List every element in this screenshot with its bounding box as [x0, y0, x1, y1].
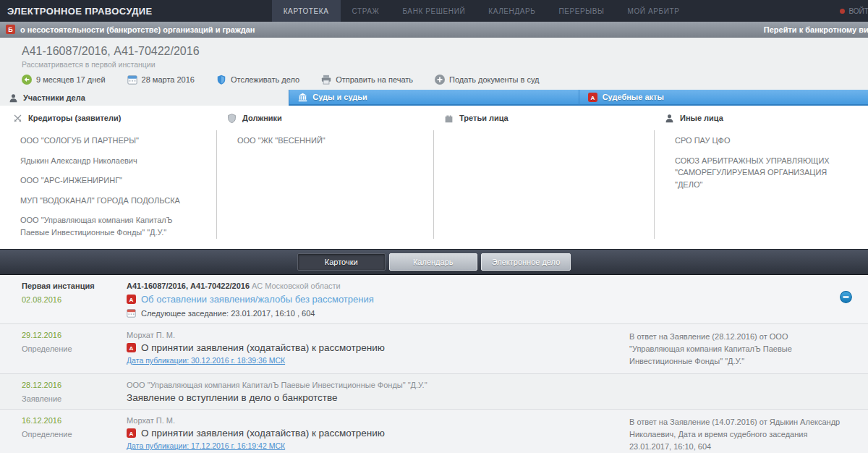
court-name: АС Московской области [252, 281, 341, 290]
debtors-list: ООО "ЖК "ВЕСЕННИЙ" [217, 130, 434, 239]
nav-item-kalendar[interactable]: КАЛЕНДАРЬ [477, 0, 547, 22]
printer-icon [321, 75, 331, 85]
row-left: 28.12.2016 Заявление [22, 381, 127, 403]
participants-column-third-parties: Третьи лица [434, 106, 655, 249]
participants-panel: Кредиторы (заявители) ООО "СОЛОГУБ И ПАР… [0, 106, 868, 249]
column-header-creditors: Кредиторы (заявители) [0, 106, 217, 130]
event-title: Заявление о вступлении в дело о банкротс… [127, 392, 337, 403]
svg-text:A: A [129, 431, 134, 437]
nav-item-strazh[interactable]: СТРАЖ [341, 0, 391, 22]
print-button[interactable]: Отправить на печать [321, 75, 413, 85]
event-type: Определение [22, 344, 127, 353]
next-session-text: Следующее заседание: 23.01.2017, 16:10 ,… [141, 309, 315, 318]
event-row: 16.12.2016 Определение Морхат П. М. A О … [0, 410, 868, 453]
publication-date-link[interactable]: Дата публикации: 30.12.2016 г. 18:39:36 … [127, 356, 285, 365]
collapse-button[interactable] [840, 291, 852, 303]
row-left: Первая инстанция 02.08.2016 [22, 281, 127, 318]
svg-text:A: A [129, 297, 134, 303]
column-header-debtors: Должники [217, 106, 434, 130]
instance-label: Первая инстанция [22, 281, 127, 290]
case-category-title: о несостоятельности (банкротстве) органи… [20, 25, 255, 34]
row-main: Морхат П. М. A О принятии заявления (ход… [127, 416, 629, 453]
creditors-list: ООО "СОЛОГУБ И ПАРТНЕРЫ" Ядыкин Александ… [0, 130, 217, 239]
history-icon [22, 75, 32, 85]
event-title: О принятии заявления (ходатайства) к рас… [141, 342, 385, 353]
app-title: ЭЛЕКТРОННОЕ ПРАВОСУДИЕ [0, 6, 153, 17]
person-icon [665, 114, 674, 123]
event-title-line: Заявление о вступлении в дело о банкротс… [127, 392, 629, 403]
submit-documents-button[interactable]: Подать документы в суд [435, 75, 539, 85]
top-navigation: ЭЛЕКТРОННОЕ ПРАВОСУДИЕ КАРТОТЕКА СТРАЖ Б… [0, 0, 868, 22]
event-date: 28.12.2016 [22, 381, 127, 389]
column-header-other: Иные лица [655, 106, 868, 130]
pdf-icon[interactable]: A [127, 343, 136, 352]
view-tab-cards[interactable]: Карточки [297, 253, 386, 271]
column-header-third-parties: Третьи лица [434, 106, 655, 130]
case-duration: 9 месяцев 17 дней [22, 75, 106, 85]
login-button[interactable]: ВОЙТИ [840, 7, 868, 15]
participants-column-other: Иные лица СРО ПАУ ЦФО СОЮЗ АРБИТРАЖНЫХ У… [655, 106, 868, 249]
participants-column-creditors: Кредиторы (заявители) ООО "СОЛОГУБ И ПАР… [0, 106, 217, 249]
case-tabs: Участники дела Суды и судьи A Судебные а… [0, 90, 868, 106]
plus-circle-icon [435, 75, 445, 85]
participants-column-debtors: Должники ООО "ЖК "ВЕСЕННИЙ" [217, 106, 434, 249]
case-numbers: А41-16087/2016, А41-70422/2016 [22, 45, 868, 58]
list-item: ООО "Управляющая компания КапиталЪ Паевы… [20, 214, 216, 238]
third-parties-list [434, 130, 655, 239]
app-window: ЭЛЕКТРОННОЕ ПРАВОСУДИЕ КАРТОТЕКА СТРАЖ Б… [0, 0, 868, 453]
case-category-bar: Б о несостоятельности (банкротстве) орга… [0, 22, 868, 38]
list-item: ООО "ЖК "ВЕСЕННИЙ" [237, 135, 433, 147]
other-persons-list: СРО ПАУ ЦФО СОЮЗ АРБИТРАЖНЫХ УПРАВЛЯЮЩИХ… [655, 130, 868, 239]
calendar-icon [127, 75, 137, 85]
person-icon [9, 93, 18, 103]
act-document-link[interactable]: Об оставлении заявления/жалобы без рассм… [141, 294, 374, 305]
event-note: В ответ на Заявление (28.12.2016) от ООО… [629, 331, 868, 368]
row-left: 29.12.2016 Определение [22, 331, 127, 368]
event-author: Морхат П. М. [127, 416, 629, 425]
event-author: ООО "Управляющая компания КапиталЪ Паевы… [127, 381, 629, 389]
event-author: Морхат П. М. [127, 331, 629, 339]
list-item: Ядыкин Александр Николаевич [20, 155, 216, 167]
event-type: Заявление [22, 394, 127, 403]
tab-judicial-acts[interactable]: A Судебные акты [579, 90, 868, 106]
shield-icon [227, 114, 237, 123]
row-left: 16.12.2016 Определение [22, 416, 127, 453]
event-note: В ответ на Заявление (14.07.2016) от Яды… [629, 416, 868, 453]
nav-item-pereryvy[interactable]: ПЕРЕРЫВЫ [547, 0, 616, 22]
tab-courts-judges[interactable]: Суды и судьи [289, 90, 578, 106]
tab-participants[interactable]: Участники дела [0, 90, 289, 106]
case-numbers-line: А41-16087/2016, А41-70422/2016 АС Москов… [127, 281, 629, 290]
instance-header-row: Первая инстанция 02.08.2016 А41-16087/20… [0, 275, 868, 324]
view-tab-electronic-case[interactable]: Электронное дело [481, 253, 571, 271]
nav-item-moy-arbitr[interactable]: МОЙ АРБИТР [616, 0, 692, 22]
bankruptcy-badge-icon: Б [6, 25, 15, 34]
event-type: Определение [22, 430, 127, 439]
courthouse-icon [298, 93, 307, 102]
pdf-icon: A [588, 93, 597, 102]
view-switch-bar: Карточки Календарь Электронное дело [0, 249, 868, 275]
event-row: 29.12.2016 Определение Морхат П. М. A О … [0, 324, 868, 374]
case-cards: Первая инстанция 02.08.2016 А41-16087/20… [0, 275, 868, 453]
list-item: МУП "ВОДОКАНАЛ" ГОРОДА ПОДОЛЬСКА [20, 195, 216, 207]
nav-item-bank-resheniy[interactable]: БАНК РЕШЕНИЙ [391, 0, 477, 22]
login-label: ВОЙТИ [848, 7, 868, 15]
row-main: Морхат П. М. A О принятии заявления (ход… [127, 331, 629, 368]
next-session-line: Следующее заседание: 23.01.2017, 16:10 ,… [127, 308, 629, 318]
nav-item-kartoteka[interactable]: КАРТОТЕКА [272, 0, 341, 22]
event-title: О принятии заявления (ходатайства) к рас… [141, 428, 385, 439]
pdf-icon[interactable]: A [127, 295, 136, 304]
instance-date: 02.08.2016 [22, 295, 127, 304]
track-case-button[interactable]: Отслеживать дело [216, 75, 299, 85]
event-date: 16.12.2016 [22, 416, 127, 425]
svg-text:A: A [590, 94, 595, 101]
list-item: СОЮЗ АРБИТРАЖНЫХ УПРАВЛЯЮЩИХ "САМОРЕГУЛИ… [675, 155, 868, 191]
publication-date-link[interactable]: Дата публикации: 17.12.2016 г. 16:19:42 … [127, 441, 285, 450]
view-tab-calendar[interactable]: Календарь [389, 253, 477, 271]
svg-text:A: A [129, 345, 134, 352]
bankruptcy-view-link[interactable]: Перейти к банкротному виду [764, 25, 868, 34]
list-item: ООО "АРС-ИНЖЕНИРИНГ" [20, 174, 216, 187]
act-link-line: A Об оставлении заявления/жалобы без рас… [127, 294, 629, 305]
pdf-icon[interactable]: A [127, 428, 136, 438]
row-main: А41-16087/2016, А41-70422/2016 АС Москов… [127, 281, 629, 318]
crossed-swords-icon [13, 114, 22, 123]
